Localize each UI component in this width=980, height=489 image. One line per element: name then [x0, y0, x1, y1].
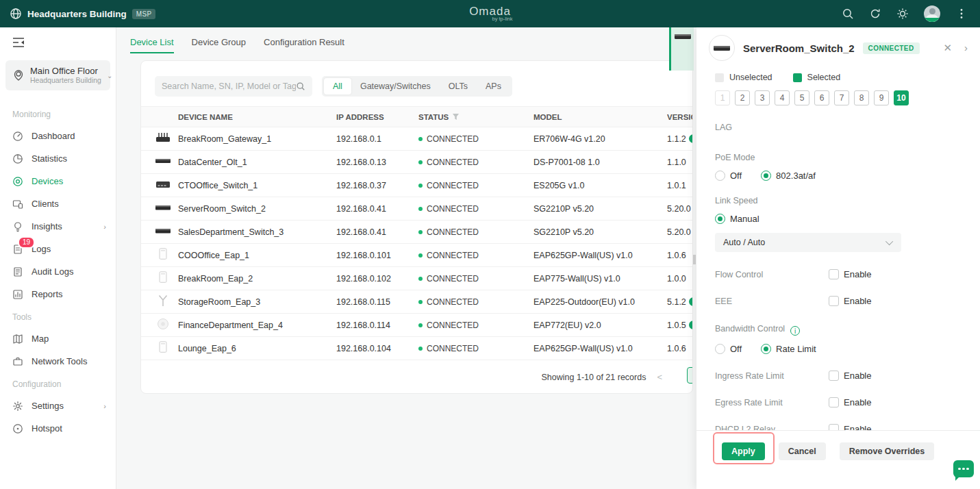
- upgrade-available-icon[interactable]: ↑: [689, 321, 692, 329]
- sidebar-item-label: Devices: [32, 176, 63, 186]
- hotspot-icon: [12, 423, 23, 434]
- col-ip-address: IP ADDRESS: [336, 113, 418, 121]
- radio-poe-off[interactable]: [715, 171, 725, 181]
- table-row[interactable]: StorageRoom_Eap_3192.168.0.115CONNECTEDE…: [141, 290, 692, 314]
- port-button-5[interactable]: 5: [794, 90, 809, 105]
- ingress-rate-row: Ingress Rate Limit Enable: [715, 371, 962, 381]
- apply-button[interactable]: Apply: [722, 442, 765, 460]
- site-name[interactable]: Headquarters Building: [27, 9, 127, 19]
- sidebar-item-audit-logs[interactable]: Audit Logs: [0, 260, 116, 283]
- chat-icon[interactable]: [953, 460, 974, 477]
- device-list-card: AllGateway/SwitchesOLTsAPs DEVICE NAME I…: [140, 60, 693, 394]
- sidebar-item-clients[interactable]: Clients: [0, 192, 116, 215]
- search-icon[interactable]: [842, 8, 854, 20]
- device-detail-drawer: ServerRoom_Switch_2 CONNECTED ✕ › Unsele…: [696, 27, 980, 489]
- tab-device-list[interactable]: Device List: [130, 37, 174, 53]
- table-row[interactable]: BreakRoom_Gateway_1192.168.0.1CONNECTEDE…: [141, 127, 692, 151]
- site-selector-title: Main Office Floor: [30, 66, 101, 76]
- tab-configuration-result[interactable]: Configuration Result: [264, 37, 344, 52]
- ingress-rate-checkbox[interactable]: [829, 371, 839, 381]
- port-button-9[interactable]: 9: [874, 90, 889, 105]
- table-row[interactable]: ServerRoom_Switch_2192.168.0.41CONNECTED…: [141, 197, 692, 221]
- info-icon[interactable]: i: [790, 326, 800, 336]
- table-row[interactable]: SalesDepartment_Switch_3192.168.0.41CONN…: [141, 221, 692, 244]
- sidebar-item-insights[interactable]: Insights›: [0, 215, 116, 238]
- sidebar-item-label: Reports: [32, 289, 63, 299]
- status-dot-icon: [418, 300, 423, 304]
- sidebar-item-devices[interactable]: Devices: [0, 170, 116, 192]
- drawer-device-name: ServerRoom_Switch_2: [743, 42, 855, 54]
- device-model: DS-P7001-08 1.0: [533, 158, 667, 167]
- table-row[interactable]: DataCenter_Olt_1192.168.0.13CONNECTEDDS-…: [141, 151, 692, 174]
- pagination-page-button[interactable]: [687, 367, 693, 384]
- egress-rate-checkbox[interactable]: [829, 397, 839, 408]
- sidebar-item-dashboard[interactable]: Dashboard: [0, 125, 116, 147]
- device-version: 1.0.1: [667, 181, 692, 190]
- status-dot-icon: [418, 184, 423, 188]
- device-model: EAP772(EU) v2.0: [533, 321, 667, 330]
- port-button-7[interactable]: 7: [834, 90, 849, 105]
- theme-icon[interactable]: [896, 8, 909, 20]
- site-selector[interactable]: Main Office Floor Headquarters Building …: [5, 60, 110, 90]
- sidebar-item-map[interactable]: Map: [0, 327, 116, 350]
- sidebar-item-reports[interactable]: Reports: [0, 283, 116, 305]
- user-avatar[interactable]: [924, 5, 940, 22]
- ip-address: 192.168.0.41: [336, 204, 418, 214]
- speed-duplex-select[interactable]: Auto / Auto: [715, 233, 901, 252]
- sidebar-item-hotspot[interactable]: Hotspot: [0, 417, 116, 440]
- port-button-2[interactable]: 2: [735, 90, 750, 105]
- more-menu-icon[interactable]: [955, 8, 968, 20]
- sidebar-item-logs[interactable]: Logs19: [0, 238, 116, 260]
- device-search[interactable]: [155, 76, 312, 97]
- radio-bandwidth-off[interactable]: [715, 344, 725, 354]
- remove-overrides-button[interactable]: Remove Overrides: [840, 442, 934, 460]
- eee-checkbox[interactable]: [829, 296, 839, 306]
- filter-aps[interactable]: APs: [477, 78, 510, 95]
- poe-mode-options: Off 802.3at/af: [715, 171, 962, 181]
- port-button-6[interactable]: 6: [814, 90, 829, 105]
- search-input[interactable]: [162, 82, 296, 91]
- radio-link-speed-manual[interactable]: [715, 214, 725, 224]
- sidebar-collapse-icon[interactable]: [12, 37, 25, 48]
- radio-poe-8023ataf[interactable]: [761, 171, 771, 181]
- close-icon[interactable]: ✕: [943, 42, 952, 54]
- table-row[interactable]: CTOOffice_Switch_1192.168.0.37CONNECTEDE…: [141, 174, 692, 197]
- table-row[interactable]: COOOffice_Eap_1192.168.0.101CONNECTEDEAP…: [141, 244, 692, 267]
- device-model: ER706W-4G v1.20: [533, 134, 667, 144]
- chevron-right-icon[interactable]: ›: [964, 42, 968, 54]
- port-legend: Unselected Selected: [715, 73, 962, 82]
- device-name: CTOOffice_Switch_1: [178, 181, 336, 190]
- selected-device-highlight: [669, 27, 694, 71]
- table-row[interactable]: BreakRoom_Eap_2192.168.0.102CONNECTEDEAP…: [141, 267, 692, 290]
- eap-wall-device-icon: [155, 248, 173, 260]
- sidebar-item-label: Clients: [32, 199, 59, 209]
- drawer-resize-handle[interactable]: [693, 255, 696, 264]
- filter-olts[interactable]: OLTs: [440, 78, 477, 95]
- table-row[interactable]: Lounge_Eap_6192.168.0.104CONNECTEDEAP625…: [141, 337, 692, 360]
- port-button-4[interactable]: 4: [775, 90, 790, 105]
- sidebar-item-network-tools[interactable]: Network Tools: [0, 350, 116, 373]
- device-version: 1.0.6: [667, 251, 692, 260]
- tab-device-group[interactable]: Device Group: [192, 37, 246, 52]
- upgrade-available-icon[interactable]: ↑: [689, 134, 692, 143]
- pagination-prev-icon[interactable]: <: [657, 372, 662, 382]
- port-button-3[interactable]: 3: [755, 90, 770, 105]
- filter-funnel-icon[interactable]: [452, 113, 460, 121]
- filter-gateway-switches[interactable]: Gateway/Switches: [351, 78, 440, 95]
- status-dot-icon: [418, 207, 423, 211]
- port-button-10[interactable]: 10: [894, 90, 909, 105]
- flow-control-checkbox[interactable]: [829, 269, 839, 279]
- unselected-swatch: [715, 73, 724, 82]
- sidebar-item-settings[interactable]: Settings›: [0, 394, 116, 417]
- port-button-8[interactable]: 8: [854, 90, 869, 105]
- filter-all[interactable]: All: [324, 78, 351, 95]
- cancel-button[interactable]: Cancel: [779, 442, 826, 460]
- radio-bandwidth-rate-limit[interactable]: [761, 344, 771, 354]
- table-row[interactable]: FinanceDepartment_Eap_4192.168.0.114CONN…: [141, 314, 692, 337]
- refresh-icon[interactable]: [869, 8, 881, 20]
- port-button-1[interactable]: 1: [715, 90, 730, 105]
- dhcp-l2-relay-checkbox[interactable]: [829, 424, 839, 430]
- ip-address: 192.168.0.1: [336, 134, 418, 144]
- upgrade-available-icon[interactable]: ↑: [689, 297, 692, 306]
- sidebar-item-statistics[interactable]: Statistics: [0, 147, 116, 170]
